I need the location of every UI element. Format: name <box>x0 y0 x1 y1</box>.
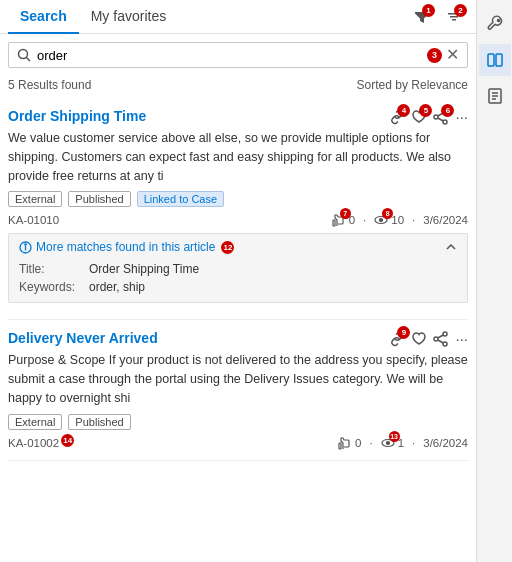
thumbs-count-2: 0 <box>355 437 361 449</box>
tag-published-2: Published <box>68 414 130 430</box>
article-body-1: We value customer service above all else… <box>8 129 468 185</box>
article-more-icon-2[interactable]: ··· <box>455 330 468 347</box>
share-badge-1: 6 <box>441 104 454 117</box>
svg-rect-23 <box>496 54 502 66</box>
date-2: 3/6/2024 <box>423 437 468 449</box>
article-body-2: Purpose & Scope If your product is not d… <box>8 351 468 407</box>
right-sidebar <box>476 0 512 562</box>
thumb-badge-1: 7 <box>340 208 351 219</box>
article-tags-1: External Published Linked to Case <box>8 191 468 207</box>
id-badge-2: 14 <box>61 434 74 447</box>
thumbs-icon-2 <box>338 436 352 450</box>
svg-point-3 <box>443 120 447 124</box>
more-matches-badge-1: 12 <box>221 241 234 254</box>
tag-external-2: External <box>8 414 62 430</box>
results-sort: Sorted by Relevance <box>357 78 468 92</box>
notes-button[interactable] <box>479 80 511 112</box>
filter-button[interactable]: 1 <box>408 3 436 31</box>
search-icon <box>17 48 31 62</box>
svg-point-21 <box>497 20 499 22</box>
views-icon-1: 8 <box>374 213 388 227</box>
article-id-1: KA-01010 <box>8 214 59 226</box>
search-badge: 3 <box>427 48 442 63</box>
article-share-icon-1[interactable]: 6 <box>433 109 449 125</box>
article-meta-2: KA-01002 14 0 · 13 <box>8 436 468 450</box>
svg-point-15 <box>434 337 438 341</box>
article-tags-2: External Published <box>8 414 468 430</box>
views-icon-2: 13 <box>381 436 395 450</box>
svg-rect-18 <box>339 443 341 449</box>
article-card-2: Delivery Never Arrived 9 ··· Purpose & S… <box>8 320 468 460</box>
sort-badge: 2 <box>454 4 467 17</box>
svg-point-9 <box>380 219 383 222</box>
mm-value-title-1: Order Shipping Time <box>89 262 199 276</box>
wrench-button[interactable] <box>479 8 511 40</box>
article-heart-icon-2[interactable] <box>411 331 427 347</box>
results-list: Order Shipping Time 4 5 6 ··· <box>0 98 476 562</box>
date-1: 3/6/2024 <box>423 214 468 226</box>
search-clear-button[interactable]: ✕ <box>446 47 459 63</box>
article-link-icon-2[interactable]: 9 <box>389 331 405 347</box>
article-share-icon-2[interactable] <box>433 331 449 347</box>
svg-point-4 <box>434 115 438 119</box>
article-link-icon-1[interactable]: 4 <box>389 109 405 125</box>
article-title-1[interactable]: Order Shipping Time <box>8 108 389 124</box>
sort-button[interactable]: 2 <box>440 3 468 31</box>
svg-line-6 <box>438 118 443 121</box>
view-badge-2: 13 <box>389 431 400 442</box>
article-id-2: KA-01002 <box>8 437 59 449</box>
mm-value-kw-1: order, ship <box>89 280 145 294</box>
link-badge-1: 4 <box>397 104 410 117</box>
results-count: 5 Results found <box>8 78 91 92</box>
tag-external-1: External <box>8 191 62 207</box>
more-matches-row-title-1: Title: Order Shipping Time <box>19 260 457 278</box>
svg-point-14 <box>443 342 447 346</box>
more-matches-toggle-1[interactable]: More matches found in this article 12 <box>19 240 457 254</box>
svg-point-20 <box>386 441 389 444</box>
article-title-2[interactable]: Delivery Never Arrived <box>8 330 389 346</box>
tag-linked-1: Linked to Case <box>137 191 224 207</box>
results-summary: 5 Results found Sorted by Relevance <box>0 76 476 98</box>
link-badge-2: 9 <box>397 326 410 339</box>
article-more-icon-1[interactable]: ··· <box>455 108 468 125</box>
article-heart-icon-1[interactable]: 5 <box>411 109 427 125</box>
svg-point-13 <box>443 332 447 336</box>
filter-badge: 1 <box>422 4 435 17</box>
mm-label-kw-1: Keywords: <box>19 280 89 294</box>
views-count-1: 10 <box>391 214 404 226</box>
mm-label-title-1: Title: <box>19 262 89 276</box>
thumbs-icon-1: 7 <box>332 213 346 227</box>
tab-search[interactable]: Search <box>8 0 79 34</box>
svg-line-16 <box>438 335 443 338</box>
tab-favorites[interactable]: My favorites <box>79 0 178 34</box>
svg-rect-7 <box>333 220 335 226</box>
tabs-container: Search My favorites 1 2 <box>0 0 476 34</box>
svg-line-17 <box>438 340 443 343</box>
tag-published-1: Published <box>68 191 130 207</box>
search-bar: 3 ✕ <box>8 42 468 68</box>
more-matches-row-kw-1: Keywords: order, ship <box>19 278 457 296</box>
article-meta-1: KA-01010 7 0 · 8 <box>8 213 468 227</box>
search-input[interactable] <box>37 48 423 63</box>
article-card-1: Order Shipping Time 4 5 6 ··· <box>8 98 468 320</box>
more-matches-1: More matches found in this article 12 Ti… <box>8 233 468 303</box>
more-matches-label-1: More matches found in this article <box>36 240 215 254</box>
svg-point-0 <box>19 50 28 59</box>
svg-point-12 <box>25 244 26 245</box>
columns-button[interactable] <box>479 44 511 76</box>
svg-line-1 <box>27 58 31 62</box>
svg-rect-22 <box>488 54 494 66</box>
heart-badge-1: 5 <box>419 104 432 117</box>
